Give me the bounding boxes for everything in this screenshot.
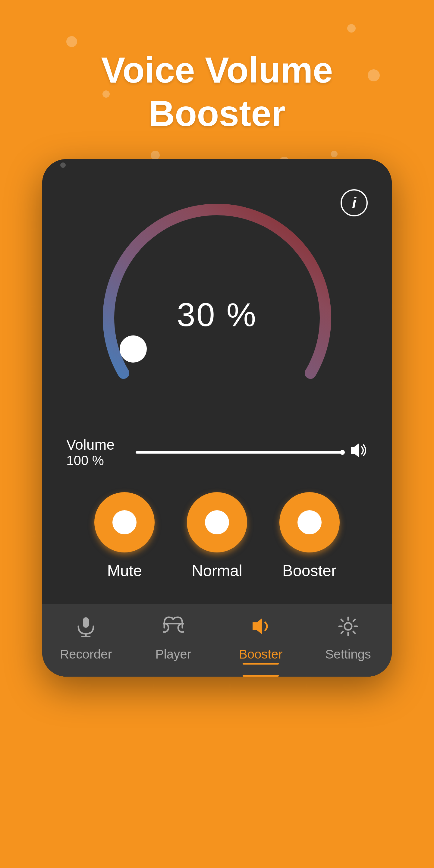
- booster-nav-label: Booster: [239, 647, 283, 661]
- phone-mockup: i: [42, 159, 392, 677]
- svg-rect-1: [83, 617, 89, 628]
- mute-button-group[interactable]: Mute: [94, 492, 155, 580]
- mute-label: Mute: [107, 561, 142, 580]
- recorder-icon: [75, 616, 96, 642]
- gauge-section[interactable]: 30 %: [60, 189, 374, 424]
- normal-circle[interactable]: [187, 492, 247, 553]
- volume-value: 100 %: [66, 453, 127, 468]
- gauge-wrapper: 30 %: [60, 201, 374, 412]
- volume-label-group: Volume 100 %: [66, 436, 127, 468]
- volume-percent-display: 30 %: [177, 296, 257, 334]
- booster-circle-inner: [298, 510, 321, 534]
- app-title: Voice Volume Booster: [101, 48, 333, 135]
- recorder-nav-label: Recorder: [60, 647, 112, 661]
- gauge-thumb: [120, 336, 147, 363]
- booster-nav-icon: [250, 616, 271, 642]
- settings-icon: [338, 616, 359, 642]
- player-nav-label: Player: [155, 647, 191, 661]
- volume-label: Volume: [66, 436, 127, 453]
- mute-circle[interactable]: [94, 492, 155, 553]
- player-icon: [163, 616, 184, 642]
- active-indicator: [243, 663, 279, 664]
- nav-item-settings[interactable]: Settings: [304, 616, 392, 661]
- nav-item-player[interactable]: Player: [130, 616, 217, 661]
- status-bar: [42, 159, 392, 171]
- mute-circle-inner: [113, 510, 136, 534]
- settings-nav-label: Settings: [325, 647, 371, 661]
- normal-circle-inner: [205, 510, 229, 534]
- booster-label: Booster: [282, 561, 336, 580]
- volume-icon: [348, 441, 368, 464]
- nav-item-recorder[interactable]: Recorder: [42, 616, 130, 661]
- volume-slider-section: Volume 100 %: [60, 424, 374, 483]
- phone-content: i: [42, 171, 392, 604]
- mode-buttons-section: Mute Normal Booster: [60, 483, 374, 604]
- booster-circle[interactable]: [279, 492, 340, 553]
- svg-point-10: [344, 623, 352, 630]
- nav-item-booster[interactable]: Booster: [217, 616, 304, 661]
- volume-slider-thumb[interactable]: [340, 450, 345, 455]
- svg-marker-9: [253, 618, 262, 634]
- booster-button-group[interactable]: Booster: [279, 492, 340, 580]
- normal-button-group[interactable]: Normal: [187, 492, 247, 580]
- volume-slider-track[interactable]: [135, 451, 342, 454]
- slider-container[interactable]: [135, 441, 368, 464]
- bottom-nav: Recorder Player: [42, 604, 392, 677]
- title-section: Voice Volume Booster: [0, 0, 434, 159]
- status-indicator: [60, 162, 66, 168]
- normal-label: Normal: [192, 561, 242, 580]
- svg-marker-0: [351, 443, 359, 458]
